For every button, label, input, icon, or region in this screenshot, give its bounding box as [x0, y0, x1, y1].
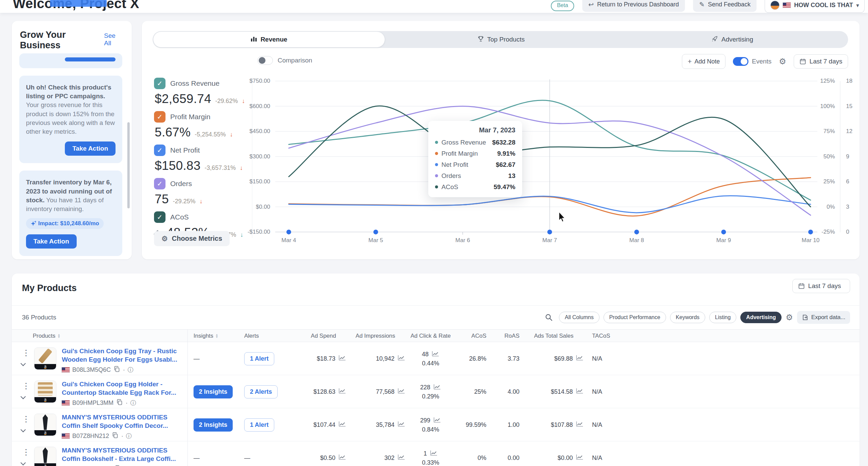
- row-menu-kebab-icon[interactable]: ⋮: [22, 414, 30, 424]
- chart-settings-gear-icon[interactable]: ⚙: [779, 57, 786, 66]
- table-settings-gear-icon[interactable]: ⚙: [786, 313, 793, 321]
- copy-icon[interactable]: [112, 432, 119, 440]
- row-expand-chevron-icon[interactable]: [21, 394, 26, 399]
- events-toggle[interactable]: [733, 57, 748, 66]
- info-icon[interactable]: ⓘ: [126, 432, 132, 440]
- tab-top-products[interactable]: Top Products: [385, 31, 617, 48]
- info-icon[interactable]: ⓘ: [128, 366, 133, 374]
- row-expand-chevron-icon[interactable]: [21, 361, 26, 366]
- alerts-pill[interactable]: 1 Alert: [244, 352, 274, 365]
- clicks-count: 299: [420, 417, 430, 424]
- column-header-acos[interactable]: ACoS: [458, 330, 486, 342]
- row-expand-chevron-icon[interactable]: [21, 427, 26, 433]
- filter-pill-listing[interactable]: Listing: [709, 312, 736, 323]
- grow-your-business-title: Grow Your Business: [20, 30, 104, 51]
- mini-chart-icon[interactable]: [433, 384, 441, 392]
- row-menu-kebab-icon[interactable]: ⋮: [22, 348, 30, 358]
- column-header-roas[interactable]: RoAS: [491, 330, 519, 342]
- mini-chart-icon[interactable]: [576, 454, 584, 462]
- event-dot[interactable]: [547, 230, 552, 234]
- cell-value: $514.58: [551, 388, 573, 395]
- row-expand-chevron-icon[interactable]: [21, 460, 26, 466]
- product-meta: B09HMPL3MM·ⓘ: [62, 399, 180, 407]
- mini-chart-icon[interactable]: [398, 421, 405, 429]
- copy-icon[interactable]: [113, 366, 120, 374]
- cell-value-wrap: 77,568: [376, 388, 405, 396]
- x-axis-label: Mar 5: [361, 237, 391, 244]
- percent-tick-label: 75%: [817, 128, 835, 135]
- event-dot[interactable]: [808, 230, 813, 234]
- mini-chart-icon[interactable]: [432, 351, 439, 359]
- click-and-rate: 480.44%: [422, 351, 439, 367]
- column-header-tacos[interactable]: TACoS: [592, 330, 622, 342]
- row-menu-kebab-icon[interactable]: ⋮: [22, 447, 30, 457]
- event-dot[interactable]: [721, 230, 726, 234]
- product-title-link[interactable]: MANNY'S MYSTERIOUS ODDITIES Coffin Shelf…: [62, 413, 180, 430]
- insights-pill[interactable]: 2 Insights: [194, 385, 233, 398]
- mini-chart-icon[interactable]: [398, 388, 405, 396]
- send-feedback-button[interactable]: ✎ Send Feedback: [693, 0, 757, 12]
- column-header-ad-spend[interactable]: Ad Spend: [279, 330, 346, 342]
- product-title-link[interactable]: Gui's Chicken Coop Egg Holder - Countert…: [62, 380, 180, 397]
- row-menu-kebab-icon[interactable]: ⋮: [22, 381, 30, 391]
- event-dot[interactable]: [286, 230, 291, 234]
- line-chart: [274, 79, 817, 248]
- add-note-button[interactable]: + Add Note: [682, 54, 725, 69]
- column-header-ads-total-sales[interactable]: Ads Total Sales: [521, 330, 584, 342]
- tab-revenue[interactable]: Revenue: [153, 32, 385, 47]
- sidebar-scrollbar[interactable]: [127, 122, 130, 208]
- mini-chart-icon[interactable]: [398, 454, 405, 462]
- products-date-range-select[interactable]: Last 7 days: [792, 279, 850, 293]
- column-header-insights[interactable]: Insights▲▼: [194, 330, 241, 342]
- mini-chart-icon[interactable]: [398, 355, 405, 363]
- column-header-ad-click[interactable]: Ad Click & Rate: [405, 330, 456, 342]
- column-header-products[interactable]: Products▲▼: [33, 330, 60, 342]
- take-action-button-clipped[interactable]: [65, 57, 116, 61]
- column-header-ad-impressions[interactable]: Ad Impressions: [344, 330, 405, 342]
- metric-checkbox[interactable]: ✓: [154, 78, 165, 89]
- metric-checkbox[interactable]: ✓: [154, 211, 165, 223]
- filter-pill-product-performance[interactable]: Product Performance: [604, 312, 666, 323]
- filter-pill-all-columns[interactable]: All Columns: [559, 312, 599, 323]
- filter-pill-keywords[interactable]: Keywords: [670, 312, 705, 323]
- event-dot[interactable]: [374, 230, 378, 234]
- tab-advertising[interactable]: Advertising: [617, 31, 848, 48]
- product-title-link[interactable]: MANNY'S MYSTERIOUS ODDITIES Coffin Books…: [62, 446, 180, 463]
- chart-date-range-select[interactable]: Last 7 days: [794, 54, 848, 69]
- metric-checkbox[interactable]: ✓: [154, 145, 165, 156]
- see-all-link[interactable]: See All: [104, 32, 123, 47]
- metric-delta: -29.25%: [173, 198, 196, 205]
- export-data-button[interactable]: Export data...: [797, 311, 850, 324]
- alerts-pill[interactable]: 1 Alert: [244, 418, 274, 432]
- info-icon[interactable]: ⓘ: [130, 399, 136, 407]
- choose-metrics-button[interactable]: ⚙ Choose Metrics: [154, 231, 230, 246]
- return-previous-dashboard-button[interactable]: ↩ Return to Previous Dashboard: [582, 0, 685, 12]
- mini-chart-icon[interactable]: [576, 421, 584, 429]
- cell-value: 99.59%: [466, 421, 486, 429]
- take-action-button[interactable]: Take Action: [26, 234, 77, 249]
- filter-pill-advertising[interactable]: Advertising: [740, 312, 782, 323]
- metric-value: 75: [155, 192, 169, 206]
- product-title-link[interactable]: Gui's Chicken Coop Egg Tray - Rustic Woo…: [62, 347, 180, 364]
- cell-value: 25%: [474, 388, 486, 395]
- mini-chart-icon[interactable]: [576, 388, 584, 396]
- alerts-pill[interactable]: 2 Alerts: [244, 385, 278, 398]
- account-menu[interactable]: HOW COOL IS THAT ▾: [765, 0, 865, 13]
- cell-tacos: N/A: [592, 441, 622, 466]
- event-dot[interactable]: [634, 230, 639, 234]
- cell-ad-click: 10.33%: [405, 441, 456, 466]
- comparison-toggle[interactable]: [257, 56, 273, 65]
- metric-checkbox[interactable]: ✓: [154, 178, 165, 189]
- mini-chart-icon[interactable]: [430, 450, 438, 458]
- mouse-cursor: [558, 212, 567, 222]
- take-action-button[interactable]: Take Action: [65, 141, 116, 156]
- x-axis-label: Mar 7: [535, 237, 565, 244]
- copy-icon[interactable]: [116, 399, 123, 407]
- search-icon[interactable]: [545, 313, 553, 321]
- metric-checkbox[interactable]: ✓: [154, 111, 165, 123]
- money-tick-label: -$150.00: [240, 229, 270, 235]
- money-tick-label: $300.00: [240, 153, 270, 160]
- mini-chart-icon[interactable]: [433, 417, 441, 425]
- mini-chart-icon[interactable]: [576, 355, 584, 363]
- insights-pill[interactable]: 2 Insights: [194, 418, 233, 432]
